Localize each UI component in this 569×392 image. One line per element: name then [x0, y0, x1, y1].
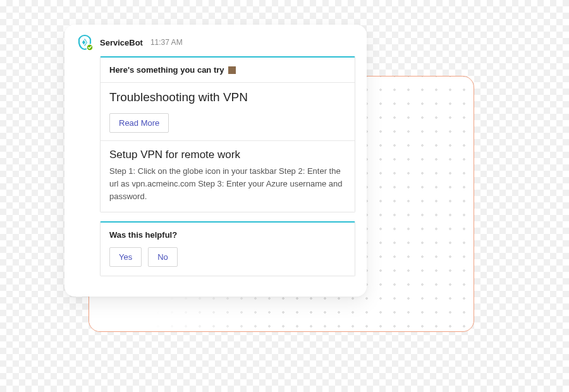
no-button[interactable]: No — [148, 247, 178, 267]
bot-avatar-icon — [76, 34, 94, 51]
divider — [101, 140, 355, 141]
bot-timestamp: 11:37 AM — [150, 38, 183, 47]
suggestion-prompt: Here's something you can try — [109, 65, 346, 75]
yes-button[interactable]: Yes — [109, 247, 142, 267]
feedback-question: Was this helpful? — [109, 230, 346, 240]
feedback-button-row: Yes No — [109, 247, 346, 267]
article-title-1: Troubleshooting with VPN — [109, 90, 346, 104]
read-more-button[interactable]: Read More — [109, 113, 169, 133]
svg-marker-0 — [82, 39, 87, 46]
feedback-card: Was this helpful? Yes No — [100, 221, 355, 276]
article-steps: Step 1: Click on the globe icon in your … — [109, 165, 346, 203]
article-title-2: Setup VPN for remote work — [109, 149, 346, 161]
suggestion-card: Here's something you can try Troubleshoo… — [100, 56, 355, 212]
prompt-text: Here's something you can try — [109, 65, 224, 75]
bot-name: ServiceBot — [100, 38, 143, 47]
package-icon — [228, 66, 236, 74]
chat-message-card: ServiceBot 11:37 AM Here's something you… — [64, 25, 367, 297]
chat-header: ServiceBot 11:37 AM — [64, 34, 367, 56]
divider — [101, 82, 355, 83]
